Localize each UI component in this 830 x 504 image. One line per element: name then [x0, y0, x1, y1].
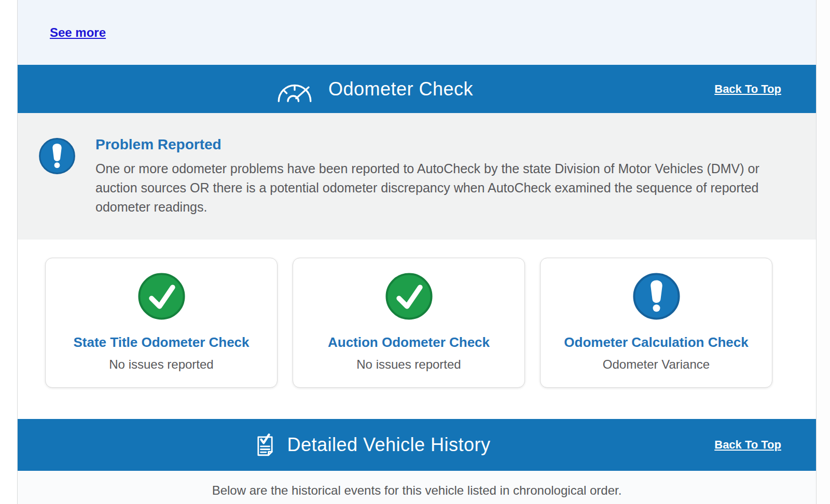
- odometer-check-title-group: Odometer Check: [274, 75, 473, 103]
- detailed-history-title: Detailed Vehicle History: [287, 434, 490, 456]
- problem-reported-section: Problem Reported One or more odometer pr…: [18, 113, 816, 240]
- exclamation-circle-icon: [38, 137, 76, 175]
- card-title: State Title Odometer Check: [73, 334, 249, 351]
- problem-reported-body: Problem Reported One or more odometer pr…: [95, 136, 770, 240]
- card-subtitle: No issues reported: [356, 357, 461, 372]
- previous-section-footer: See more: [18, 0, 816, 65]
- card-title: Odometer Calculation Check: [564, 334, 748, 351]
- odometer-check-title: Odometer Check: [328, 78, 473, 100]
- detailed-history-header: Detailed Vehicle History Back To Top: [18, 419, 816, 471]
- check-circle-icon: [137, 272, 186, 320]
- document-check-icon: [257, 433, 273, 457]
- detailed-history-intro-section: Below are the historical events for this…: [18, 471, 816, 504]
- report-content: See more Odometer Check Back To Top: [18, 0, 816, 504]
- card-title: Auction Odometer Check: [328, 334, 490, 351]
- problem-reported-description: One or more odometer problems have been …: [95, 159, 770, 217]
- back-to-top-link[interactable]: Back To Top: [714, 82, 781, 96]
- report-page: See more Odometer Check Back To Top: [0, 0, 830, 504]
- status-card-auction: Auction Odometer Check No issues reporte…: [293, 258, 525, 388]
- exclamation-circle-icon: [632, 272, 681, 320]
- see-more-link[interactable]: See more: [50, 25, 106, 40]
- page-left-margin: [0, 0, 18, 504]
- odometer-check-header: Odometer Check Back To Top: [18, 65, 816, 113]
- status-card-state-title: State Title Odometer Check No issues rep…: [45, 258, 278, 388]
- detailed-history-title-group: Detailed Vehicle History: [257, 433, 490, 457]
- problem-reported-title: Problem Reported: [95, 136, 770, 153]
- odometer-gauge-icon: [274, 75, 315, 103]
- back-to-top-link[interactable]: Back To Top: [714, 438, 781, 452]
- page-right-margin: [816, 0, 830, 504]
- status-card-calculation: Odometer Calculation Check Odometer Vari…: [540, 258, 772, 388]
- card-subtitle: Odometer Variance: [603, 357, 710, 372]
- odometer-check-cards: State Title Odometer Check No issues rep…: [18, 240, 816, 419]
- check-circle-icon: [385, 272, 433, 320]
- history-intro: Below are the historical events for this…: [212, 483, 622, 504]
- card-subtitle: No issues reported: [109, 357, 213, 372]
